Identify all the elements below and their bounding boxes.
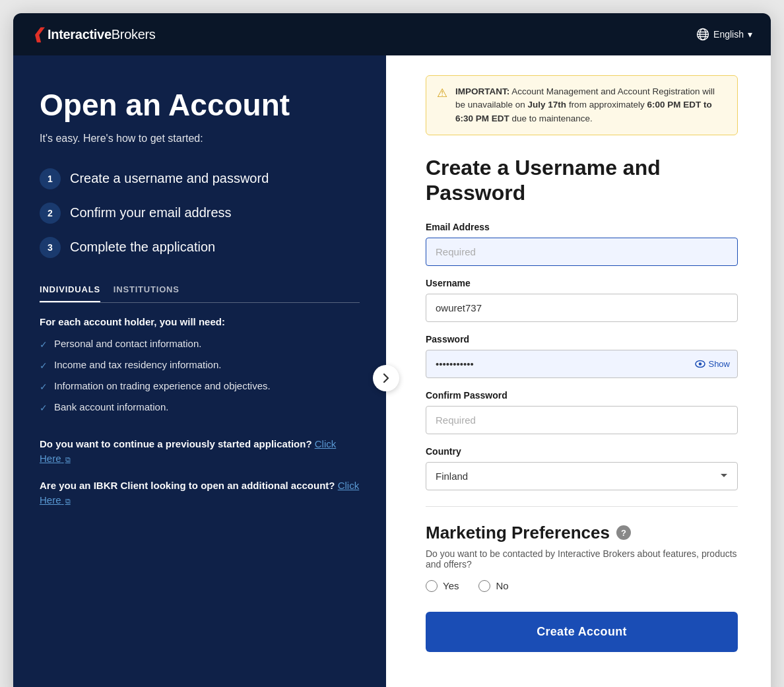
radio-no-input[interactable] <box>478 580 490 592</box>
help-icon[interactable]: ? <box>616 525 631 540</box>
section-divider <box>426 506 738 507</box>
cta-1: Do you want to continue a previously sta… <box>40 437 360 467</box>
step-text-3: Complete the application <box>70 240 215 255</box>
next-arrow-button[interactable] <box>373 365 399 391</box>
username-input[interactable] <box>426 294 738 322</box>
logo-text: InteractiveBrokers <box>48 27 156 42</box>
email-label: Email Address <box>426 222 738 232</box>
logo: ❰ InteractiveBrokers <box>32 26 156 43</box>
requirements-title: For each account holder, you will need: <box>40 316 360 327</box>
country-field-group: Country Finland United States United Kin… <box>426 446 738 490</box>
marketing-desc: Do you want to be contacted by Interacti… <box>426 548 738 570</box>
cta-2: Are you an IBKR Client looking to open a… <box>40 478 360 508</box>
password-label: Password <box>426 334 738 344</box>
right-panel: ⚠ IMPORTANT: Account Management and Acco… <box>386 55 771 687</box>
username-field-group: Username <box>426 278 738 322</box>
nav-tabs: INDIVIDUALS INSTITUTIONS <box>40 284 360 303</box>
external-link-icon-1: ⧉ <box>65 455 71 463</box>
header: ❰ InteractiveBrokers English ▾ <box>13 13 771 55</box>
chevron-down-icon: ▾ <box>748 29 752 40</box>
email-field-group: Email Address <box>426 222 738 266</box>
password-input[interactable] <box>426 350 738 378</box>
requirement-2: ✓ Income and tax residency information. <box>40 359 360 371</box>
chevron-right-icon <box>383 373 389 383</box>
logo-icon: ❰ <box>32 26 44 43</box>
tab-individuals[interactable]: INDIVIDUALS <box>40 284 100 302</box>
email-input[interactable] <box>426 238 738 266</box>
marketing-title: Marketing Preferences ? <box>426 523 738 543</box>
requirement-1: ✓ Personal and contact information. <box>40 338 360 350</box>
radio-yes-label[interactable]: Yes <box>426 580 459 592</box>
step-text-1: Create a username and password <box>70 171 269 186</box>
main-window: ❰ InteractiveBrokers English ▾ Open an A… <box>13 13 771 687</box>
main-layout: Open an Account It's easy. Here's how to… <box>13 55 771 687</box>
left-panel: Open an Account It's easy. Here's how to… <box>13 55 386 687</box>
language-label: English <box>713 29 744 40</box>
form-title: Create a Username and Password <box>426 155 738 206</box>
tab-institutions[interactable]: INSTITUTIONS <box>114 284 180 302</box>
radio-yes-input[interactable] <box>426 580 438 592</box>
subtitle: It's easy. Here's how to get started: <box>40 133 360 145</box>
globe-icon <box>696 28 709 41</box>
step-num-3: 3 <box>40 237 61 258</box>
step-1: 1 Create a username and password <box>40 168 360 189</box>
step-2: 2 Confirm your email address <box>40 203 360 224</box>
check-icon-4: ✓ <box>40 403 48 413</box>
page-title: Open an Account <box>40 88 360 122</box>
external-link-icon-2: ⧉ <box>65 497 71 505</box>
step-text-2: Confirm your email address <box>70 205 232 220</box>
step-num-2: 2 <box>40 203 61 224</box>
svg-point-6 <box>699 362 702 365</box>
language-selector[interactable]: English ▾ <box>696 28 752 41</box>
step-3: 3 Complete the application <box>40 237 360 258</box>
requirement-4: ✓ Bank account information. <box>40 401 360 413</box>
radio-no-label[interactable]: No <box>478 580 508 592</box>
eye-icon <box>695 360 705 368</box>
requirement-3: ✓ Information on trading experience and … <box>40 380 360 392</box>
username-label: Username <box>426 278 738 288</box>
country-select[interactable]: Finland United States United Kingdom Ger… <box>426 462 738 490</box>
confirm-password-field-group: Confirm Password <box>426 390 738 434</box>
confirm-password-label: Confirm Password <box>426 390 738 401</box>
alert-text: IMPORTANT: Account Management and Accoun… <box>455 85 727 125</box>
country-label: Country <box>426 446 738 457</box>
confirm-password-input[interactable] <box>426 406 738 434</box>
check-icon-3: ✓ <box>40 381 48 392</box>
alert-banner: ⚠ IMPORTANT: Account Management and Acco… <box>426 75 738 135</box>
password-wrapper: Show <box>426 350 738 378</box>
marketing-radio-group: Yes No <box>426 580 738 592</box>
requirements-list: ✓ Personal and contact information. ✓ In… <box>40 338 360 413</box>
create-account-button[interactable]: Create Account <box>426 612 738 652</box>
check-icon-1: ✓ <box>40 339 48 350</box>
radio-yes-text: Yes <box>443 580 459 591</box>
warning-icon: ⚠ <box>437 86 447 125</box>
radio-no-text: No <box>496 580 508 591</box>
show-label: Show <box>708 359 730 369</box>
password-field-group: Password Show <box>426 334 738 378</box>
show-password-button[interactable]: Show <box>695 359 730 369</box>
steps-list: 1 Create a username and password 2 Confi… <box>40 168 360 258</box>
check-icon-2: ✓ <box>40 360 48 371</box>
step-num-1: 1 <box>40 168 61 189</box>
